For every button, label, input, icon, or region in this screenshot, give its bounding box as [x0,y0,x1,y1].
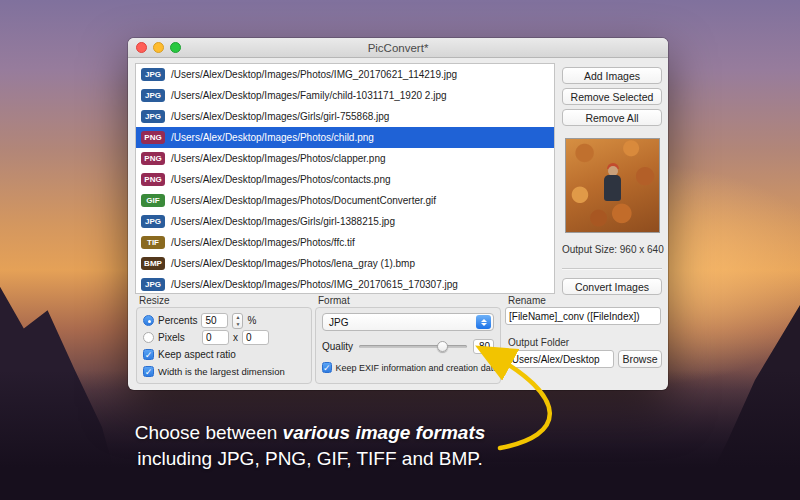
output-folder-label: Output Folder [508,337,569,348]
file-path: /Users/Alex/Desktop/Images/Girls/girl-75… [171,111,389,122]
rename-group-label: Rename [508,295,546,306]
file-row[interactable]: JPG /Users/Alex/Desktop/Images/Girls/gir… [136,211,554,232]
format-groupbox: JPG Quality Keep EXIF information and cr… [315,307,501,384]
format-badge: JPG [141,215,165,228]
stepper-down-icon[interactable]: ▼ [233,321,242,328]
minimize-button[interactable] [153,42,164,53]
file-path: /Users/Alex/Desktop/Images/Photos/Docume… [171,195,436,206]
file-row[interactable]: JPG /Users/Alex/Desktop/Images/Girls/gir… [136,106,554,127]
percents-stepper[interactable]: ▲▼ [232,313,243,329]
close-button[interactable] [136,42,147,53]
format-group-label: Format [318,295,350,306]
resize-group-label: Resize [139,295,170,306]
convert-images-button[interactable]: Convert Images [562,278,662,295]
browse-button[interactable]: Browse [618,350,662,368]
format-badge: GIF [141,194,165,207]
format-badge: PNG [141,173,165,186]
pixels-label: Pixels [158,332,198,343]
window-title: PicConvert* [368,42,429,54]
quality-slider[interactable] [359,341,467,352]
format-badge: JPG [141,278,165,291]
format-badge: PNG [141,152,165,165]
quality-input[interactable] [473,339,494,354]
slider-knob[interactable] [437,341,448,352]
file-path: /Users/Alex/Desktop/Images/Photos/clappe… [171,153,386,164]
caption-line1-normal: Choose between [135,422,283,443]
keep-aspect-checkbox[interactable] [143,349,154,360]
percent-sign-label: % [247,315,256,326]
format-badge: JPG [141,110,165,123]
add-images-button[interactable]: Add Images [562,67,662,84]
file-list[interactable]: JPG /Users/Alex/Desktop/Images/Photos/IM… [135,63,555,294]
picconvert-window: PicConvert* JPG /Users/Alex/Desktop/Imag… [128,38,668,390]
percents-label: Percents [158,315,197,326]
titlebar[interactable]: PicConvert* [128,38,668,58]
file-row[interactable]: TIF /Users/Alex/Desktop/Images/Photos/ff… [136,232,554,253]
file-path: /Users/Alex/Desktop/Images/Photos/lena_g… [171,258,415,269]
file-path: /Users/Alex/Desktop/Images/Photos/ffc.ti… [171,237,355,248]
keep-exif-checkbox[interactable] [322,362,332,373]
remove-selected-button[interactable]: Remove Selected [562,88,662,105]
file-row[interactable]: JPG /Users/Alex/Desktop/Images/Photos/IM… [136,274,554,294]
file-row[interactable]: PNG /Users/Alex/Desktop/Images/Photos/cl… [136,148,554,169]
format-badge: BMP [141,257,165,270]
resize-groupbox: Percents ▲▼ % Pixels x Keep aspect ratio… [136,307,312,384]
rename-input[interactable] [505,307,661,325]
file-row[interactable]: GIF /Users/Alex/Desktop/Images/Photos/Do… [136,190,554,211]
file-path: /Users/Alex/Desktop/Images/Photos/IMG_20… [171,69,457,80]
remove-all-button[interactable]: Remove All [562,109,662,126]
caption-line2: including JPG, PNG, GIF, TIFF and BMP. [137,448,483,469]
pixels-separator: x [233,332,238,343]
file-path: /Users/Alex/Desktop/Images/Photos/IMG_20… [171,279,458,290]
file-path: /Users/Alex/Desktop/Images/Photos/child.… [171,132,374,143]
format-dropdown-value: JPG [329,317,348,328]
keep-exif-label: Keep EXIF information and creation date [336,363,499,373]
percents-input[interactable] [201,313,228,328]
file-row-selected[interactable]: PNG /Users/Alex/Desktop/Images/Photos/ch… [136,127,554,148]
file-row[interactable]: JPG /Users/Alex/Desktop/Images/Family/ch… [136,85,554,106]
file-row[interactable]: JPG /Users/Alex/Desktop/Images/Photos/IM… [136,64,554,85]
file-row[interactable]: BMP /Users/Alex/Desktop/Images/Photos/le… [136,253,554,274]
format-badge: JPG [141,68,165,81]
width-largest-label: Width is the largest dimension [158,366,285,377]
pixels-height-input[interactable] [242,330,269,345]
format-badge: JPG [141,89,165,102]
caption-line1-emphasis: various image formats [283,422,486,443]
dropdown-arrows-icon [476,315,491,329]
file-path: /Users/Alex/Desktop/Images/Girls/girl-13… [171,216,395,227]
width-largest-checkbox[interactable] [143,366,154,377]
pixels-radio[interactable] [143,332,154,343]
keep-aspect-label: Keep aspect ratio [158,349,236,360]
pixels-width-input[interactable] [202,330,229,345]
thumbnail-child-body [604,175,621,201]
file-row[interactable]: PNG /Users/Alex/Desktop/Images/Photos/co… [136,169,554,190]
file-path: /Users/Alex/Desktop/Images/Photos/contac… [171,174,391,185]
quality-label: Quality [322,341,353,352]
traffic-lights [136,42,181,53]
output-size-label: Output Size: 960 x 640 [562,244,666,255]
preview-thumbnail [565,138,660,233]
right-column-divider [562,268,662,269]
percents-radio[interactable] [143,315,154,326]
format-badge: PNG [141,131,165,144]
output-folder-input[interactable] [505,350,614,368]
file-path: /Users/Alex/Desktop/Images/Family/child-… [171,90,447,101]
caption-text: Choose between various image formats inc… [60,420,560,471]
slider-track [359,345,467,348]
zoom-button[interactable] [170,42,181,53]
stepper-up-icon[interactable]: ▲ [233,314,242,321]
format-dropdown[interactable]: JPG [322,313,494,331]
format-badge: TIF [141,236,165,249]
